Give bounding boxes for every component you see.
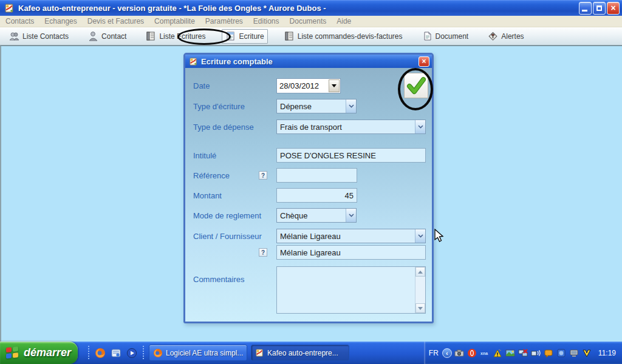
kafeo-app-icon	[189, 57, 198, 66]
taskbar-task-logiciel[interactable]: Logiciel AE ultra simpl...	[149, 345, 247, 361]
taskbar-clock: 11:19	[598, 349, 616, 357]
date-dropdown-button[interactable]	[329, 79, 340, 92]
taskbar-task-kafeo[interactable]: Kafeo auto-entrepre...	[251, 345, 349, 361]
quicklaunch-handle[interactable]	[142, 346, 145, 360]
scroll-up-button[interactable]	[415, 267, 425, 277]
menu-echanges[interactable]: Echanges	[44, 17, 77, 25]
type-depense-label: Type de dépense	[193, 123, 276, 132]
montant-row: Montant	[193, 187, 426, 203]
close-icon: ×	[610, 3, 615, 13]
client-fournisseur-name-input[interactable]	[276, 245, 426, 260]
menu-devis-et-factures[interactable]: Devis et Factures	[87, 17, 144, 25]
tray-update-icon[interactable]	[556, 348, 567, 358]
commentaires-textarea[interactable]	[276, 266, 426, 314]
menu-comptabilite[interactable]: Comptabilite	[154, 17, 195, 25]
date-label: Date	[193, 81, 276, 90]
minimize-button[interactable]	[579, 2, 592, 15]
combo-dropdown-button[interactable]	[415, 229, 425, 243]
combo-dropdown-button[interactable]	[415, 120, 425, 133]
reference-input[interactable]	[276, 168, 357, 183]
dialog-body: Date 28/03/2012 Type d'écriture Dépense …	[185, 68, 432, 322]
tray-warning-icon[interactable]	[493, 348, 503, 358]
chevron-down-icon	[418, 125, 423, 129]
restore-button[interactable]	[593, 2, 606, 15]
toolbar-button-contact[interactable]: Contact	[85, 29, 129, 44]
menu-contacts[interactable]: Contacts	[5, 17, 34, 25]
tray-opera-icon[interactable]	[467, 348, 477, 358]
intitule-input[interactable]	[276, 148, 426, 163]
toolbar-button-alertes[interactable]: Alertes	[485, 29, 527, 44]
hide-tray-icons-button[interactable]: ‹	[442, 348, 452, 358]
montant-label: Montant	[193, 191, 276, 200]
client-fournisseur-combobox[interactable]: Mélanie Ligareau	[276, 229, 426, 243]
date-combobox[interactable]: 28/03/2012	[276, 78, 341, 93]
quicklaunch-firefox-icon[interactable]	[94, 347, 106, 359]
validate-button[interactable]	[404, 73, 428, 98]
kafeo-app-icon	[4, 3, 15, 13]
menu-editions[interactable]: Editions	[253, 17, 279, 25]
mode-reglement-label: Mode de reglement	[193, 211, 276, 220]
date-row: Date 28/03/2012	[193, 78, 426, 93]
ecriture-comptable-dialog: Ecriture comptable × Date 28/03/2012 Typ…	[183, 53, 434, 323]
contacts-group-icon	[9, 31, 19, 41]
help-icon[interactable]: ?	[259, 171, 267, 180]
toolbar-button-liste-ecritures[interactable]: Liste Ecritures	[143, 29, 208, 44]
menu-documents[interactable]: Documents	[290, 17, 327, 25]
help-icon[interactable]: ?	[259, 248, 267, 257]
dialog-close-button[interactable]: ×	[419, 56, 429, 67]
tray-pictures-icon[interactable]	[505, 348, 516, 358]
tray-display-icon[interactable]	[569, 348, 579, 358]
intitule-row: Intitulé	[193, 147, 426, 163]
menu-parametres[interactable]: Paramètres	[205, 17, 243, 25]
tray-network-error-icon[interactable]	[518, 348, 528, 358]
type-depense-row: Type de dépense Frais de transport	[193, 119, 426, 135]
type-ecriture-value: Dépense	[277, 102, 346, 111]
reference-row: Référence ?	[193, 167, 426, 183]
combo-dropdown-button[interactable]	[346, 209, 356, 222]
window-title: Kafeo auto-entrepreneur - version gratui…	[18, 4, 574, 13]
mode-reglement-row: Mode de reglement Chèque	[193, 207, 426, 223]
taskbar: démarrer Logiciel AE ultra simpl... Kafe…	[0, 342, 622, 364]
commentaires-row: Commentaires	[193, 266, 426, 320]
dropdown-arrow-icon	[332, 84, 337, 87]
client-fournisseur-value: Mélanie Ligareau	[277, 232, 415, 241]
scroll-down-button[interactable]	[415, 303, 425, 313]
type-ecriture-row: Type d'écriture Dépense	[193, 98, 426, 114]
menu-bar: Contacts Echanges Devis et Factures Comp…	[0, 16, 622, 27]
tray-camera-icon[interactable]	[454, 348, 465, 358]
montant-input[interactable]	[276, 188, 357, 203]
client-fournisseur-linked-row: ?	[193, 244, 426, 260]
toolbar-label: Alertes	[501, 32, 524, 41]
list-ecritures-icon	[146, 31, 156, 41]
textarea-scrollbar[interactable]	[415, 267, 425, 313]
quicklaunch-media-player-icon[interactable]	[126, 347, 138, 359]
toolbar-button-liste-commandes-devis-factures[interactable]: Liste commandes-devis-factures	[281, 29, 406, 44]
ecriture-document-icon	[225, 31, 236, 41]
scroll-up-icon	[418, 271, 423, 274]
tray-xna-text-icon[interactable]: xna	[480, 348, 490, 358]
close-button[interactable]: ×	[607, 2, 620, 15]
language-indicator[interactable]: FR	[429, 349, 439, 357]
quicklaunch-ie-icon[interactable]	[110, 347, 122, 359]
task-label: Logiciel AE ultra simpl...	[166, 349, 243, 357]
list-commandes-icon	[284, 31, 295, 41]
tray-wireless-signal-icon[interactable]	[531, 348, 541, 358]
toolbar-button-liste-contacts[interactable]: Liste Contacts	[6, 29, 72, 44]
toolbar-button-ecriture[interactable]: Ecriture	[222, 29, 267, 44]
mode-reglement-combobox[interactable]: Chèque	[276, 208, 357, 223]
quicklaunch-handle[interactable]	[87, 346, 90, 360]
type-depense-combobox[interactable]: Frais de transport	[276, 120, 426, 134]
contact-person-icon	[88, 31, 98, 41]
tray-antivirus-icon[interactable]	[582, 348, 592, 358]
mode-reglement-value: Chèque	[277, 211, 346, 220]
toolbar-button-document[interactable]: Document	[419, 29, 472, 44]
scroll-down-icon	[418, 307, 423, 310]
start-button[interactable]: démarrer	[0, 342, 78, 364]
toolbar-label: Liste commandes-devis-factures	[298, 32, 403, 41]
tray-messenger-icon[interactable]	[544, 348, 554, 358]
toolbar-label: Contact	[101, 32, 126, 41]
minimize-icon	[582, 10, 587, 12]
type-ecriture-combobox[interactable]: Dépense	[276, 99, 357, 113]
menu-aide[interactable]: Aide	[337, 17, 351, 25]
combo-dropdown-button[interactable]	[346, 99, 356, 113]
